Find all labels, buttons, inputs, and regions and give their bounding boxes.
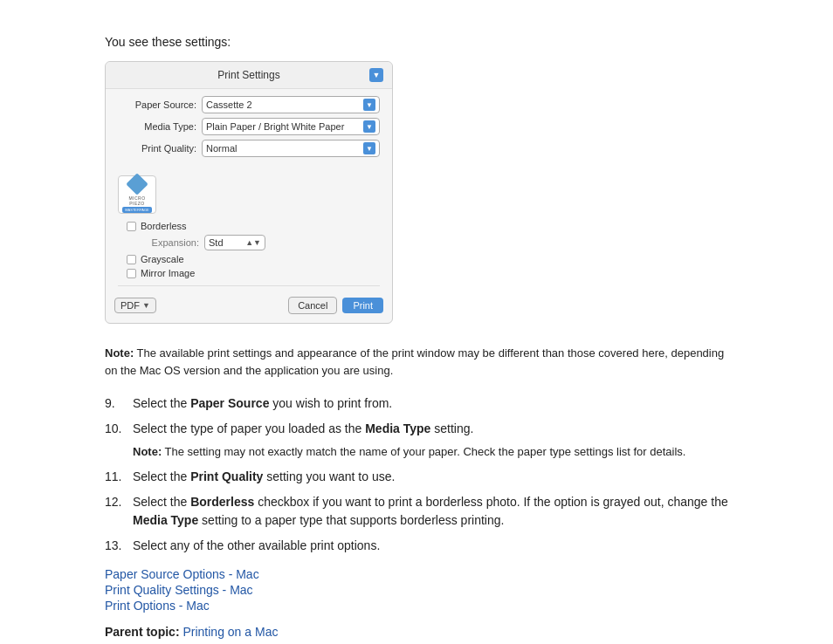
pdf-button[interactable]: PDF ▼ xyxy=(114,298,156,313)
logo-badge: MASTERPAGE xyxy=(122,207,152,213)
mirror-image-checkbox[interactable] xyxy=(127,269,136,278)
pdf-arrow: ▼ xyxy=(142,301,150,310)
step-11-bold: Print Quality xyxy=(190,469,263,483)
print-quality-select[interactable]: Normal ▼ xyxy=(202,140,380,157)
grayscale-label: Grayscale xyxy=(141,254,184,264)
paper-source-select[interactable]: Cassette 2 ▼ xyxy=(202,96,380,113)
logo-icon: MICRO PIEZO MASTERPAGE xyxy=(118,175,156,214)
step-9-bold: Paper Source xyxy=(190,396,269,410)
borderless-row: Borderless xyxy=(127,221,380,231)
print-quality-label: Print Quality: xyxy=(118,143,196,154)
step-10-content: Select the type of paper you loaded as t… xyxy=(133,420,728,461)
step-12-bold: Borderless xyxy=(190,495,254,509)
step-10-bold: Media Type xyxy=(365,421,430,435)
expansion-row: Expansion: Std ▲▼ xyxy=(127,235,380,250)
parent-topic: Parent topic: Printing on a Mac xyxy=(105,625,728,639)
note-block-1: Note: The available print settings and a… xyxy=(105,345,728,379)
pdf-label: PDF xyxy=(120,300,140,311)
step-12-num: 12. xyxy=(105,493,133,511)
step-13-content: Select any of the other available print … xyxy=(133,537,728,555)
mirror-image-row: Mirror Image xyxy=(127,268,380,278)
print-quality-arrow: ▼ xyxy=(363,142,375,154)
expansion-value: Std xyxy=(209,237,224,248)
intro-text: You see these settings: xyxy=(105,35,728,49)
grayscale-row: Grayscale xyxy=(127,254,380,264)
dialog-logo-area: MICRO PIEZO MASTERPAGE xyxy=(106,168,392,221)
print-quality-row: Print Quality: Normal ▼ xyxy=(118,140,380,157)
expansion-select[interactable]: Std ▲▼ xyxy=(204,235,265,250)
link-print-quality[interactable]: Print Quality Settings - Mac xyxy=(105,583,728,597)
parent-topic-link[interactable]: Printing on a Mac xyxy=(182,625,278,639)
step-11-num: 11. xyxy=(105,468,133,486)
step-11: 11. Select the Print Quality setting you… xyxy=(105,468,728,486)
step-12: 12. Select the Borderless checkbox if yo… xyxy=(105,493,728,530)
links-section: Paper Source Options - Mac Print Quality… xyxy=(105,567,728,613)
print-button[interactable]: Print xyxy=(342,298,383,313)
step-11-content: Select the Print Quality setting you wan… xyxy=(133,468,728,486)
borderless-checkbox[interactable] xyxy=(127,222,136,231)
logo-text-piezo: PIEZO xyxy=(129,201,145,206)
dialog-title: Print Settings xyxy=(217,69,279,81)
step-13-num: 13. xyxy=(105,537,133,555)
steps-list: 9. Select the Paper Source you wish to p… xyxy=(105,394,728,555)
print-quality-value: Normal xyxy=(206,143,237,154)
print-dialog: Print Settings ▼ Paper Source: Cassette … xyxy=(105,61,393,324)
paper-source-arrow: ▼ xyxy=(363,99,375,111)
step-9: 9. Select the Paper Source you wish to p… xyxy=(105,394,728,413)
paper-source-value: Cassette 2 xyxy=(206,99,252,110)
logo-diamond xyxy=(126,173,148,195)
link-paper-source[interactable]: Paper Source Options - Mac xyxy=(105,567,728,581)
dialog-body: Paper Source: Cassette 2 ▼ Media Type: P… xyxy=(106,89,392,168)
media-type-label: Media Type: xyxy=(118,121,196,132)
expansion-arrow: ▲▼ xyxy=(245,238,261,247)
step-12-content: Select the Borderless checkbox if you wa… xyxy=(133,493,728,530)
note1-bold: Note: xyxy=(105,346,134,360)
borderless-label: Borderless xyxy=(141,221,187,231)
cancel-button[interactable]: Cancel xyxy=(288,297,337,314)
link-print-options[interactable]: Print Options - Mac xyxy=(105,599,728,613)
step-10-note: Note: The setting may not exactly match … xyxy=(133,443,728,461)
step-10-num: 10. xyxy=(105,420,133,438)
step-12-bold2: Media Type xyxy=(133,513,198,527)
media-type-select[interactable]: Plain Paper / Bright White Paper ▼ xyxy=(202,118,380,135)
note1-text: The available print settings and appeara… xyxy=(105,346,724,377)
footer-buttons: Cancel Print xyxy=(288,297,383,314)
step-13: 13. Select any of the other available pr… xyxy=(105,537,728,555)
dialog-footer: PDF ▼ Cancel Print xyxy=(106,293,392,314)
page-content: You see these settings: Print Settings ▼… xyxy=(0,0,833,644)
step-9-num: 9. xyxy=(105,394,133,413)
paper-source-row: Paper Source: Cassette 2 ▼ xyxy=(118,96,380,113)
step-10-note-bold: Note: xyxy=(133,445,162,458)
parent-topic-label: Parent topic: xyxy=(105,625,180,639)
grayscale-checkbox[interactable] xyxy=(127,255,136,264)
step-9-content: Select the Paper Source you wish to prin… xyxy=(133,394,728,413)
mirror-image-label: Mirror Image xyxy=(141,268,195,278)
dialog-title-icon: ▼ xyxy=(369,68,383,82)
dialog-title-bar: Print Settings ▼ xyxy=(106,62,392,89)
step-10: 10. Select the type of paper you loaded … xyxy=(105,420,728,461)
media-type-arrow: ▼ xyxy=(363,120,375,133)
dialog-divider xyxy=(118,285,380,286)
paper-source-label: Paper Source: xyxy=(118,99,196,110)
checkbox-area: Borderless Expansion: Std ▲▼ Grayscale M… xyxy=(106,221,392,278)
media-type-value: Plain Paper / Bright White Paper xyxy=(206,121,344,132)
media-type-row: Media Type: Plain Paper / Bright White P… xyxy=(118,118,380,135)
dialog-wrapper: Print Settings ▼ Paper Source: Cassette … xyxy=(105,61,728,324)
expansion-label: Expansion: xyxy=(142,237,199,248)
